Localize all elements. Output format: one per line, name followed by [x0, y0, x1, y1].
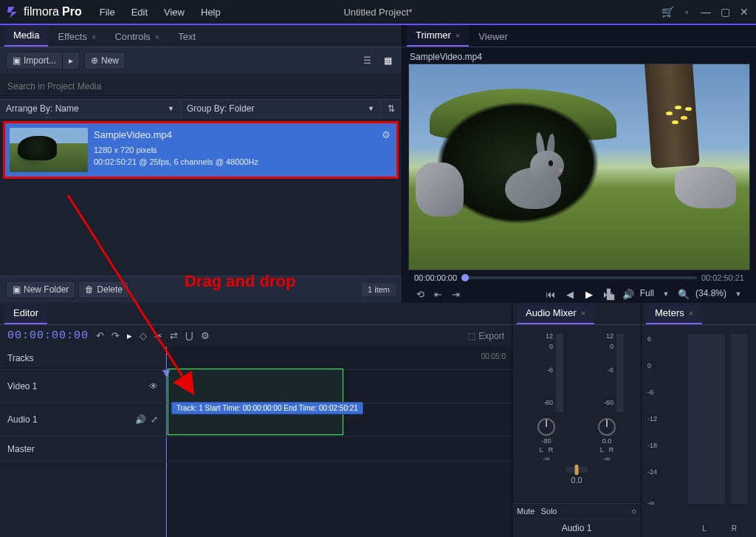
slip-tool-icon[interactable]: ⇄ [170, 330, 178, 341]
solo-button[interactable]: Solo [540, 507, 557, 516]
slice-tool-icon[interactable]: ✂ [154, 330, 162, 341]
tab-text[interactable]: Text [169, 27, 205, 47]
eye-icon[interactable]: 👁 [149, 381, 158, 391]
mute-button[interactable]: Mute [517, 507, 535, 516]
close-icon[interactable]: ✕ [738, 6, 750, 18]
track-head-master[interactable]: Master [0, 437, 165, 462]
link-tool-icon[interactable]: ◇ [140, 330, 147, 341]
track-row-master[interactable] [166, 437, 512, 462]
chevron-down-icon[interactable]: ▼ [732, 288, 744, 300]
tab-audio-mixer[interactable]: Audio Mixer× [517, 303, 594, 324]
mixer-track-name: Audio 1 [512, 519, 641, 537]
vu-inf: -∞ [603, 455, 610, 462]
close-icon[interactable]: × [155, 33, 159, 41]
minimize-icon[interactable]: — [700, 6, 712, 18]
menu-view[interactable]: View [157, 2, 192, 22]
tab-media[interactable]: Media [4, 25, 48, 47]
media-tab-row: Media Effects× Controls× Text [0, 25, 402, 47]
vu-inf: -∞ [543, 455, 549, 462]
speaker-icon[interactable]: 🔊 [135, 414, 146, 425]
list-view-icon[interactable]: ☰ [359, 52, 375, 69]
editor-panel: Editor 00:00:00:00 ↶ ↷ ▸ ◇ ✂ ⇄ ⋃ ⚙ ⬚Expo… [0, 303, 512, 537]
in-point-icon[interactable]: ⇤ [432, 288, 444, 300]
chevron-down-icon[interactable]: ▼ [660, 288, 672, 300]
step-back-icon[interactable]: ◀ [564, 288, 576, 300]
play-icon[interactable]: ▶ [583, 288, 595, 300]
app-name-light: filmora [24, 5, 59, 18]
cart-icon[interactable]: 🛒 [662, 6, 673, 18]
media-thumbnail [10, 128, 88, 172]
preview-filename: SampleVideo.mp4 [408, 52, 750, 62]
close-icon[interactable]: × [92, 33, 96, 41]
loop-icon[interactable]: ⟲ [414, 288, 426, 300]
account-icon[interactable]: ◦ [681, 6, 693, 18]
tab-viewer-label: Viewer [478, 31, 508, 42]
fader[interactable]: 0.0 [520, 467, 633, 485]
tab-trimmer[interactable]: Trimmer× [407, 25, 469, 47]
volume-icon[interactable]: 🔊 [622, 288, 634, 300]
record-icon[interactable]: ○ [631, 507, 636, 516]
quality-label[interactable]: Full [640, 288, 654, 300]
tab-editor[interactable]: Editor [4, 303, 47, 324]
meter-scale: -∞ [647, 499, 654, 507]
search-icon[interactable]: 🔍 [678, 288, 690, 300]
timeline-ruler[interactable]: 00:05:0 [166, 346, 512, 370]
import-dropdown[interactable]: ▸ [63, 52, 80, 69]
tab-effects[interactable]: Effects× [49, 27, 105, 47]
track-head-video1[interactable]: Video 1👁 [0, 370, 165, 403]
pan-knob[interactable] [598, 418, 616, 436]
arrange-by-label: Arrange By: Name [6, 103, 79, 114]
close-icon[interactable]: × [456, 31, 460, 40]
chevron-down-icon: ▼ [168, 105, 174, 112]
close-icon[interactable]: × [689, 309, 693, 318]
track-head-audio1[interactable]: Audio 1🔊⤢ [0, 403, 165, 437]
maximize-icon[interactable]: ▢ [719, 6, 731, 18]
zoom-label[interactable]: (34.8%) [695, 288, 726, 300]
redo-icon[interactable]: ↷ [111, 330, 120, 341]
track-row-video1[interactable]: Track: 1 Start Time: 00:00:00:00 End Tim… [166, 370, 512, 403]
pan-knob[interactable] [537, 418, 555, 436]
tab-controls[interactable]: Controls× [106, 27, 168, 47]
meter-scale: -12 [647, 415, 657, 423]
export-button[interactable]: ⬚Export [467, 331, 504, 341]
tab-meters[interactable]: Meters× [646, 303, 702, 324]
out-point-icon[interactable]: ⇥ [450, 288, 461, 300]
group-by-dropdown[interactable]: Group By: Folder▼ [181, 100, 381, 117]
prev-frame-icon[interactable]: ⏮ [545, 288, 557, 300]
import-button[interactable]: ▣Import... [6, 52, 63, 69]
next-frame-icon[interactable]: ⏭ [602, 288, 614, 300]
media-list: SampleVideo.mp4 1280 x 720 pixels 00:02:… [0, 118, 402, 276]
grid-view-icon[interactable]: ▦ [379, 52, 396, 69]
close-icon[interactable]: × [581, 309, 585, 318]
meter-l: L [702, 524, 707, 533]
settings-icon[interactable]: ⚙ [201, 330, 210, 341]
expand-icon[interactable]: ⤢ [151, 414, 158, 425]
search-input[interactable] [7, 78, 394, 95]
gear-icon[interactable]: ⚙ [380, 128, 392, 172]
menu-edit[interactable]: Edit [124, 2, 155, 22]
media-item[interactable]: SampleVideo.mp4 1280 x 720 pixels 00:02:… [3, 121, 399, 179]
arrange-by-dropdown[interactable]: Arrange By: Name▼ [0, 100, 181, 117]
pointer-tool-icon[interactable]: ▸ [127, 330, 132, 341]
undo-icon[interactable]: ↶ [96, 330, 104, 341]
mixer-controls: Mute Solo ○ [512, 503, 641, 519]
menu-file[interactable]: File [92, 2, 123, 22]
snap-icon[interactable]: ⋃ [185, 330, 193, 341]
new-button[interactable]: ⊕New [84, 52, 126, 69]
group-by-label: Group By: Folder [187, 103, 254, 114]
channel-l: L [540, 446, 543, 454]
new-folder-button[interactable]: ▣New Folder [6, 281, 75, 298]
media-toolbar: ▣Import... ▸ ⊕New ☰ ▦ [0, 47, 402, 74]
preview-viewport[interactable] [408, 64, 750, 270]
tab-viewer[interactable]: Viewer [470, 27, 517, 47]
delete-button[interactable]: 🗑Delete [78, 281, 129, 298]
tab-media-label: Media [13, 30, 39, 41]
track-area[interactable]: 00:05:0 Track: 1 Start Time: 00:00:00:00… [166, 346, 512, 537]
export-label: Export [478, 331, 504, 341]
seek-bar[interactable] [461, 276, 697, 279]
channel-l: L [600, 446, 604, 454]
menu-help[interactable]: Help [193, 2, 228, 22]
editor-timecode[interactable]: 00:00:00:00 [7, 329, 89, 342]
sort-toggle-icon[interactable]: ⇅ [381, 100, 402, 117]
vu-value: 0.0 [602, 437, 612, 445]
